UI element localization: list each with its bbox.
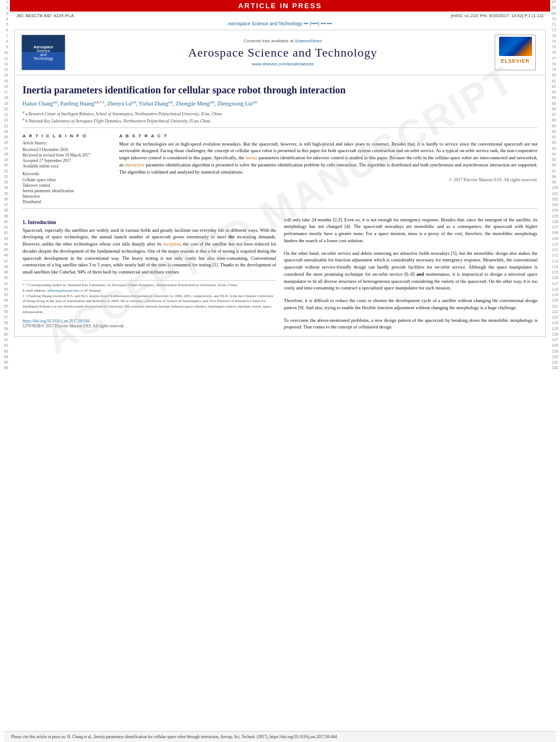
body-two-col: 1. Introduction Spacecraft, especially t… (23, 216, 537, 331)
line-num-80: 80 (552, 73, 560, 79)
accepted-date: Accepted 27 September 2017 (23, 158, 110, 163)
line-num-112: 112 (552, 253, 560, 259)
line-num-16: 16 (0, 85, 8, 90)
abstract-text: Most of the technologies are in high-spe… (119, 141, 537, 176)
line-num-56: 56 (0, 310, 8, 315)
line-num-26: 26 (0, 141, 8, 146)
citation-text: Please cite this article in press as: H.… (11, 734, 337, 739)
right-para2: On the other hand, on-orbit service and … (284, 250, 537, 292)
affiliation-b: b b National Key Laboratory of Aerospace… (23, 117, 537, 124)
line-num-3: 3 (0, 12, 8, 17)
line-num-102: 102 (552, 197, 560, 203)
line-num-125: 125 (552, 327, 560, 332)
right-para4: To overcome the above-mentioned problems… (284, 317, 537, 331)
right-para1: will only take 24 months [2,3]. Even so,… (284, 216, 537, 244)
line-num-48: 48 (0, 265, 8, 270)
line-num-129: 129 (552, 349, 560, 355)
keyword-2: Takeover control (23, 183, 110, 188)
line-num-28: 28 (0, 152, 8, 158)
footnote-star-text: * Corresponding author at: National Key … (25, 283, 238, 287)
footnote-1: 1 1 Panfeng Huang received B.S. and M.S.… (23, 294, 276, 315)
line-num-62: 62 (0, 343, 8, 349)
logo-line4: Technology (33, 57, 53, 60)
main-wrapper: ACCEPTED MANUSCRIPT Aerospace Science an… (14, 30, 546, 337)
logo-line1: Aerospace (33, 45, 53, 49)
line-num-75: 75 (552, 45, 560, 51)
line-num-123: 123 (552, 315, 560, 321)
line-num-103: 103 (552, 203, 560, 208)
line-num-81: 81 (552, 79, 560, 85)
line-num-57: 57 (0, 315, 8, 321)
doi-link[interactable]: https://doi.org/10.1016/j.ast.2017.09.04… (23, 319, 89, 323)
line-num-110: 110 (552, 242, 560, 248)
line-num-44: 44 (0, 242, 8, 248)
line-num-115: 115 (552, 270, 560, 276)
sciencedirect-link[interactable]: ScienceDirect (295, 38, 322, 43)
intro-heading: 1. Introduction (23, 220, 276, 225)
email-link[interactable]: pfhuang@nwpu.edu.cn (48, 288, 83, 293)
article-in-press-banner: ARTICLE IN PRESS (10, 0, 550, 12)
line-num-60: 60 (0, 332, 8, 338)
line-num-85: 85 (552, 102, 560, 107)
line-num-68: 68 (552, 5, 560, 11)
line-num-120: 120 (552, 298, 560, 304)
line-num-69: 69 (552, 12, 560, 17)
line-num-17: 17 (0, 90, 8, 96)
line-num-1: 1 (0, 0, 8, 5)
line-num-11: 11 (0, 57, 8, 62)
line-num-89: 89 (552, 124, 560, 130)
line-num-47: 47 (0, 259, 8, 265)
authors-line: Haitao Changa,b, Panfeng Huanga,b,*,1, Z… (23, 100, 537, 107)
article-info-label: A R T I C L E I N F O (23, 133, 110, 138)
received-date: Received 3 December 2016 (23, 147, 110, 152)
footnote-email: E-mail address: pfhuang@nwpu.edu.cn (P. … (23, 288, 276, 294)
line-num-9: 9 (0, 45, 8, 51)
line-num-104: 104 (552, 208, 560, 214)
intro-para1: Spacecraft, especially the satellites ar… (23, 227, 276, 276)
line-numbers-left: 1234567891011121314151617181920212223242… (0, 0, 10, 372)
copyright-line: © 2017 Elsevier Masson SAS. All rights r… (119, 177, 537, 182)
line-num-15: 15 (0, 79, 8, 85)
line-num-72: 72 (552, 28, 560, 34)
line-num-21: 21 (0, 113, 8, 118)
line-num-99: 99 (552, 180, 560, 186)
line-num-55: 55 (0, 304, 8, 310)
line-num-18: 18 (0, 96, 8, 101)
line-num-122: 122 (552, 310, 560, 315)
line-num-20: 20 (0, 107, 8, 113)
line-num-30: 30 (0, 163, 8, 169)
line-num-8: 8 (0, 40, 8, 45)
line-num-52: 52 (0, 287, 8, 293)
line-num-101: 101 (552, 192, 560, 197)
abstract-col: A B S T R A C T Most of the technologies… (119, 133, 537, 205)
article-body: Inertia parameters identification for ce… (15, 75, 545, 336)
line-num-61: 61 (0, 338, 8, 343)
line-num-90: 90 (552, 130, 560, 135)
line-num-45: 45 (0, 248, 8, 253)
divider-2 (23, 208, 537, 209)
line-num-33: 33 (0, 180, 8, 186)
author-haitao: Haitao Chang (23, 101, 53, 107)
banner-text: ARTICLE IN PRESS (238, 2, 322, 10)
keyword-5: Distributed (23, 199, 110, 204)
line-num-132: 132 (552, 366, 560, 371)
line-num-10: 10 (0, 51, 8, 56)
logo-line3: and (40, 53, 47, 57)
line-num-37: 37 (0, 203, 8, 208)
author-zhongjie: Zhongjie Meng (176, 101, 210, 107)
line-num-29: 29 (0, 158, 8, 163)
line-num-105: 105 (552, 214, 560, 220)
footnote1-text: 1 Panfeng Huang received B.S. and M.S. d… (23, 294, 273, 314)
line-num-77: 77 (552, 57, 560, 62)
line-num-121: 121 (552, 304, 560, 310)
line-num-39: 39 (0, 214, 8, 220)
line-num-98: 98 (552, 175, 560, 180)
line-num-73: 73 (552, 34, 560, 40)
line-num-92: 92 (552, 141, 560, 146)
line-num-86: 86 (552, 107, 560, 113)
line-num-109: 109 (552, 237, 560, 242)
elsevier-logo-box: ELSEVIER (495, 35, 536, 70)
line-num-50: 50 (0, 276, 8, 281)
line-num-32: 32 (0, 175, 8, 180)
line-num-76: 76 (552, 51, 560, 56)
